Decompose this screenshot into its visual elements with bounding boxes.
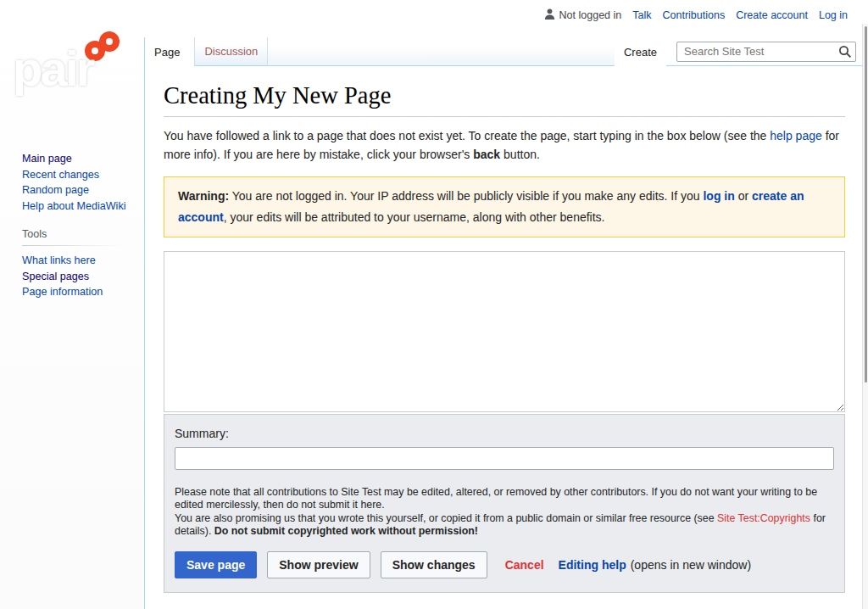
summary-label: Summary: (175, 427, 834, 440)
sidebar-nav: Main page Recent changes Random page Hel… (22, 151, 141, 300)
editing-help-note: (opens in new window) (631, 558, 751, 572)
search-box (676, 42, 856, 62)
site-logo[interactable]: pair (0, 25, 144, 131)
editor-button-row: Save page Show preview Show changes Canc… (175, 551, 834, 578)
intro-back-bold: back (473, 148, 500, 161)
disclaimer-line-1: Please note that all contributions to Si… (175, 486, 834, 512)
contribution-disclaimer: Please note that all contributions to Si… (175, 486, 834, 539)
not-logged-in-warning: Warning: You are not logged in. Your IP … (164, 176, 845, 237)
sidebar-item-page-information[interactable]: Page information (22, 284, 141, 300)
disclaimer-line-2: You are also promising us that you wrote… (175, 512, 834, 539)
sidebar-item-special-pages[interactable]: Special pages (22, 269, 141, 285)
login-status-label: Not logged in (559, 9, 622, 21)
search-area (666, 37, 868, 66)
warning-or-text: or (735, 189, 752, 203)
login-status: Not logged in (543, 8, 622, 23)
cancel-link[interactable]: Cancel (505, 558, 544, 572)
search-input[interactable] (676, 42, 856, 62)
warning-text-1: You are not logged in. Your IP address w… (229, 189, 703, 203)
log-in-link[interactable]: Log in (819, 9, 848, 21)
intro-text-1: You have followed a link to a page that … (164, 129, 770, 142)
tab-page[interactable]: Page (145, 37, 189, 66)
sidebar-item-random-page[interactable]: Random page (22, 182, 141, 198)
personal-bar: Not logged in Talk Contributions Create … (543, 8, 848, 23)
edit-options-panel: Summary: Please note that all contributi… (164, 414, 845, 593)
sidebar: pair Main page Recent changes Random pag… (0, 0, 144, 609)
create-account-link[interactable]: Create account (736, 9, 808, 21)
sidebar-item-main-page[interactable]: Main page (22, 151, 141, 167)
sidebar-item-help-mediawiki[interactable]: Help about MediaWiki (22, 198, 141, 215)
warning-text-2: , your edits will be attributed to your … (224, 210, 605, 224)
disclaimer-bold: Do not submit copyrighted work without p… (214, 525, 478, 537)
sidebar-item-recent-changes[interactable]: Recent changes (22, 167, 141, 183)
page-title: Creating My New Page (164, 81, 845, 117)
intro-paragraph: You have followed a link to a page that … (164, 126, 845, 164)
contributions-link[interactable]: Contributions (663, 9, 726, 21)
content-area: Creating My New Page You have followed a… (145, 66, 868, 609)
talk-link[interactable]: Talk (632, 9, 651, 21)
sidebar-item-what-links-here[interactable]: What links here (22, 253, 141, 269)
wikitext-editor-textarea[interactable] (164, 251, 845, 412)
tab-create[interactable]: Create (615, 37, 666, 66)
vertical-scrollbar[interactable] (862, 24, 868, 609)
intro-text-3: button. (500, 148, 540, 161)
tools-divider (22, 245, 124, 246)
show-preview-button[interactable]: Show preview (267, 551, 370, 578)
search-icon[interactable] (838, 45, 852, 59)
save-page-button[interactable]: Save page (175, 551, 257, 578)
tab-bar-filler (268, 37, 615, 66)
user-icon (543, 8, 556, 23)
logo-wordmark: pair (13, 44, 92, 93)
copyrights-link[interactable]: Site Test:Copyrights (717, 512, 810, 524)
header-tab-bar: Page Discussion Create (145, 37, 868, 66)
warning-log-in-link[interactable]: log in (703, 189, 734, 203)
editing-help-link[interactable]: Editing help (559, 558, 626, 572)
tools-heading: Tools (22, 226, 141, 242)
help-page-link[interactable]: help page (770, 129, 822, 142)
tab-discussion[interactable]: Discussion (194, 37, 268, 66)
warning-label: Warning: (178, 189, 229, 203)
disclaimer-text-2a: You are also promising us that you wrote… (175, 512, 717, 524)
show-changes-button[interactable]: Show changes (381, 551, 487, 578)
summary-input[interactable] (175, 447, 834, 470)
scrollbar-thumb[interactable] (865, 26, 867, 383)
